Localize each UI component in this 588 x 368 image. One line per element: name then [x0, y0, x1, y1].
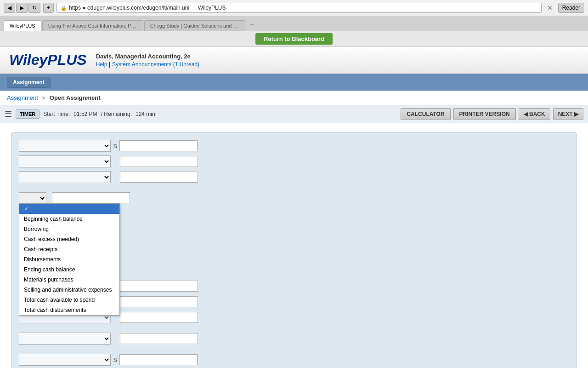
dropdown-item-ending-cash[interactable]: Ending cash balance: [19, 264, 119, 275]
wiley-header: WileyPLUS Davis, Managerial Accounting, …: [0, 47, 588, 74]
printer-version-button[interactable]: PRINTER VERSION: [453, 108, 516, 120]
header-info: Davis, Managerial Accounting, 2e Help | …: [96, 53, 199, 68]
dropdown-container: ✓ Beginning cash balance Borrowing Cash …: [19, 192, 46, 204]
tab-wileplus[interactable]: WileyPLUS: [4, 20, 41, 31]
nav-buttons: ◀ ▶ ↻: [4, 3, 40, 13]
assignment-nav-button[interactable]: Assignment: [7, 77, 51, 88]
back-button[interactable]: ◀: [4, 3, 15, 13]
dropdown-item-borrowing[interactable]: Borrowing: [19, 224, 119, 234]
dropdown-item-cash-receipts[interactable]: Cash receipts: [19, 244, 119, 254]
timer-remaining-value: 124 min.: [136, 111, 157, 117]
input-6[interactable]: [120, 296, 198, 307]
select-8[interactable]: [19, 333, 111, 345]
dropdown-item-materials[interactable]: Materials purchases: [19, 275, 119, 285]
new-tab-button[interactable]: +: [43, 3, 54, 13]
form-area: $: [11, 132, 577, 368]
select-1[interactable]: [19, 140, 111, 152]
dropdown-item-disbursements[interactable]: Disbursements: [19, 254, 119, 264]
list-icon[interactable]: ☰: [5, 109, 12, 119]
browser-toolbar: ◀ ▶ ↻ + 🔒 https ● edugen.wileyplus.com/e…: [0, 0, 588, 16]
book-title: Davis, Managerial Accounting, 2e: [96, 53, 199, 60]
input-8[interactable]: [120, 333, 198, 344]
reader-button[interactable]: Reader: [558, 3, 584, 13]
dropdown-item-selling[interactable]: Selling and administrative expenses: [19, 285, 119, 295]
help-link[interactable]: Help: [96, 61, 107, 68]
dropdown-item-total-cash-available[interactable]: Total cash available to spend: [19, 295, 119, 305]
select-2[interactable]: [19, 155, 111, 167]
browser-tabs: WileyPLUS Using The Above Cost Informati…: [0, 16, 588, 31]
wiley-logo: WileyPLUS: [9, 52, 87, 69]
input-2[interactable]: [120, 156, 198, 167]
breadcrumb-current: Open Assignment: [50, 94, 101, 101]
input-4[interactable]: [52, 192, 130, 203]
new-tab-plus[interactable]: +: [246, 18, 258, 31]
browser-chrome: ◀ ▶ ↻ + 🔒 https ● edugen.wileyplus.com/e…: [0, 0, 588, 31]
select-9[interactable]: [19, 354, 111, 366]
form-row-3: [19, 171, 569, 183]
breadcrumb-separator: >: [42, 94, 46, 101]
dropdown-item-beginning-cash[interactable]: Beginning cash balance: [19, 214, 119, 224]
address-text: https ● edugen.wileyplus.com/edugen/lti/…: [69, 5, 226, 11]
input-9[interactable]: [119, 354, 198, 365]
tab-chegg1[interactable]: Using The Above Cost Information, Prepar…: [42, 20, 143, 31]
form-row-8: [19, 333, 569, 345]
breadcrumb: Assignment > Open Assignment: [0, 91, 588, 105]
check-mark-icon: ✓: [24, 206, 28, 212]
return-blackboard-button[interactable]: Return to Blackboard: [255, 33, 333, 45]
select-3[interactable]: [19, 171, 111, 183]
form-row-9: $: [19, 354, 569, 366]
dropdown-item-check[interactable]: ✓: [19, 204, 119, 214]
close-icon[interactable]: ✕: [544, 3, 555, 12]
dropdown-menu: ✓ Beginning cash balance Borrowing Cash …: [19, 203, 120, 316]
back-nav-button[interactable]: ◀ BACK: [519, 108, 550, 120]
form-row-4: ✓ Beginning cash balance Borrowing Cash …: [19, 192, 569, 204]
input-7[interactable]: [120, 312, 198, 323]
action-bar-right: CALCULATOR PRINTER VERSION ◀ BACK NEXT ▶: [401, 108, 583, 120]
timer-start-value: 01:52 PM: [74, 111, 97, 117]
timer-remaining-label: / Remaining:: [101, 111, 132, 117]
help-links: Help | System Announcements (1 Unread): [96, 61, 199, 68]
breadcrumb-home[interactable]: Assignment: [7, 94, 38, 101]
secure-icon: 🔒: [61, 5, 67, 11]
form-row-1: $: [19, 140, 569, 152]
announcements-link[interactable]: System Announcements (1 Unread): [112, 61, 199, 68]
address-bar[interactable]: 🔒 https ● edugen.wileyplus.com/edugen/lt…: [57, 3, 542, 13]
refresh-button[interactable]: ↻: [28, 3, 40, 13]
next-nav-button[interactable]: NEXT ▶: [553, 108, 583, 120]
action-bar: ☰ TIMER Start Time: 01:52 PM / Remaining…: [0, 105, 588, 123]
timer-start-label: Start Time:: [43, 111, 70, 117]
assignment-nav: Assignment: [0, 74, 588, 91]
dropdown-item-cash-excess[interactable]: Cash excess (needed): [19, 234, 119, 244]
small-select-4[interactable]: [19, 192, 46, 204]
forward-button[interactable]: ▶: [16, 3, 28, 13]
dollar-sign-1: $: [113, 143, 117, 150]
input-5[interactable]: [120, 281, 198, 292]
dropdown-item-total-cash-disb[interactable]: Total cash disbursements: [19, 305, 119, 315]
dollar-sign-2: $: [113, 356, 117, 363]
return-bar: Return to Blackboard: [0, 31, 588, 47]
tab-chegg2[interactable]: Chegg Study | Guided Solutions and Study…: [144, 20, 245, 31]
input-3[interactable]: [120, 172, 198, 183]
calculator-button[interactable]: CALCULATOR: [401, 108, 450, 120]
input-1[interactable]: [119, 140, 198, 151]
main-content: $: [0, 123, 588, 368]
timer-label: TIMER: [16, 109, 40, 119]
form-row-2: [19, 155, 569, 167]
action-bar-left: ☰ TIMER Start Time: 01:52 PM / Remaining…: [5, 109, 401, 119]
